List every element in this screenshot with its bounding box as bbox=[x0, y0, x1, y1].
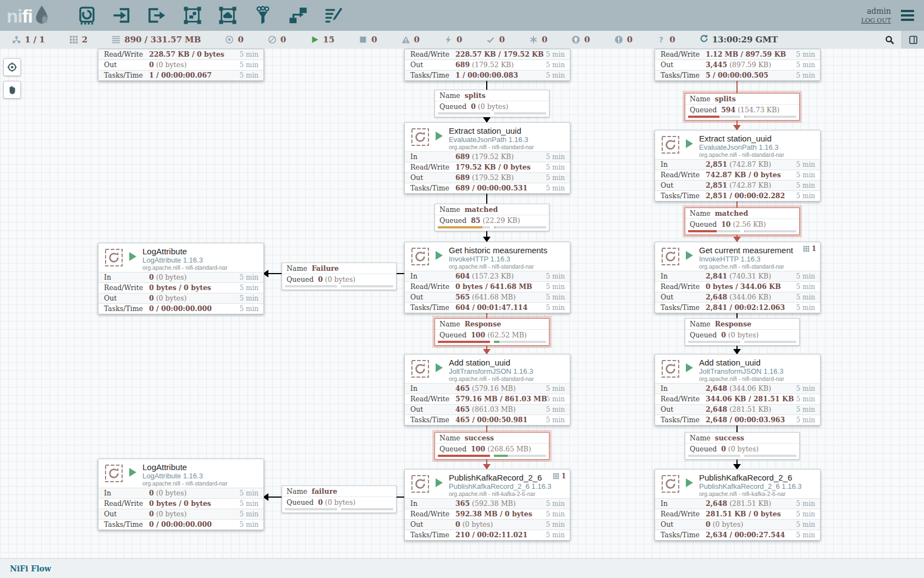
processor-add-station-uuid-mid[interactable]: Add station_uuidJoltTransformJSON 1.16.3… bbox=[404, 354, 570, 426]
process-group-icon[interactable] bbox=[182, 4, 203, 26]
stat-window: 5 min bbox=[546, 162, 565, 172]
processor-bundle: org.apache.nifi - nifi-standard-nar bbox=[699, 375, 784, 382]
status-item-sync-failure: ?0 bbox=[657, 35, 675, 45]
stat-row-tasks-time: Tasks/Time0 / 00:00:00.0005 min bbox=[98, 303, 263, 314]
connection-label-splits-right[interactable]: NamesplitsQueued594 (154.73 KB) bbox=[685, 93, 800, 121]
locally-modified-stale-icon bbox=[614, 35, 623, 44]
processor-get-current-measurement[interactable]: Get current measurementInvokeHTTP 1.16.3… bbox=[654, 242, 821, 313]
connection-label-success-mid[interactable]: NamesuccessQueued100 (268.65 MB) bbox=[435, 432, 549, 460]
processor-header: PublishKafkaRecord_2_6PublishKafkaRecord… bbox=[655, 470, 820, 498]
last-refreshed-time: 13:00:29 GMT bbox=[712, 35, 778, 45]
stat-window: 5 min bbox=[546, 282, 565, 292]
input-port-icon[interactable] bbox=[112, 4, 133, 26]
stat-row-read-write: Read/Write742.87 KB / 0 bytes5 min bbox=[655, 170, 820, 180]
status-item-stopped: 0 bbox=[359, 35, 377, 45]
settings-panel-icon[interactable] bbox=[901, 31, 924, 48]
navigate-palette-button[interactable] bbox=[3, 58, 21, 76]
connection-label-failure-lower[interactable]: NamefailureQueued0 (0 bytes) bbox=[282, 486, 397, 513]
processor-type: LogAttribute 1.16.3 bbox=[142, 472, 203, 480]
user-block: admin LOG OUT bbox=[861, 7, 891, 24]
backpressure-bars bbox=[685, 230, 799, 235]
processor-extract-station-uuid-right[interactable]: Extract station_uuidEvaluateJsonPath 1.1… bbox=[654, 130, 821, 201]
connection-label-failure-upper[interactable]: NameFailureQueued0 (0 bytes) bbox=[282, 263, 397, 290]
processor-stats: In2,851 (742.87 KB)5 minRead/Write742.87… bbox=[655, 159, 820, 201]
processor-publish-kafka-right[interactable]: PublishKafkaRecord_2_6PublishKafkaRecord… bbox=[654, 469, 821, 541]
connection-label-matched-mid[interactable]: NamematchedQueued85 (22.29 KB) bbox=[435, 204, 549, 231]
stat-row-out: Out0 (0 bytes)5 min bbox=[655, 519, 820, 530]
processor-publish-kafka-mid[interactable]: PublishKafkaRecord_2_6PublishKafkaRecord… bbox=[404, 469, 570, 541]
running-status-icon bbox=[686, 478, 693, 487]
processor-stats: In0 (0 bytes)5 minRead/Write0 bytes / 0 … bbox=[98, 272, 263, 314]
processor-title: Extract station_uuid bbox=[449, 126, 521, 135]
label-icon[interactable] bbox=[323, 4, 344, 26]
processor-header: Get current measurementInvokeHTTP 1.16.3… bbox=[655, 242, 820, 271]
stat-window: 5 min bbox=[546, 271, 565, 281]
stat-row-in: In0 (0 bytes)5 min bbox=[98, 272, 263, 282]
processor-stamp-icon bbox=[105, 248, 123, 269]
stat-window: 5 min bbox=[546, 405, 565, 415]
processor-log-attribute-bottom[interactable]: LogAttributeLogAttribute 1.16.3org.apach… bbox=[98, 459, 264, 530]
processor-log-attribute-top[interactable]: LogAttributeLogAttribute 1.16.3org.apach… bbox=[98, 243, 264, 314]
stat-row-tasks-time: Tasks/Time465 / 00:00:50.9815 min bbox=[405, 415, 570, 425]
processor-title: Extract station_uuid bbox=[699, 134, 772, 143]
stat-window: 5 min bbox=[796, 394, 815, 404]
processor-generator-right[interactable]: Read/Write1.12 MB / 897.59 KB5 minOut3,4… bbox=[654, 48, 821, 81]
status-value: 1 / 1 bbox=[25, 35, 45, 45]
stat-window: 5 min bbox=[796, 170, 815, 180]
processor-header: Extract station_uuidEvaluateJsonPath 1.1… bbox=[655, 130, 820, 159]
processor-bundle: org.apache.nifi - nifi-standard-nar bbox=[142, 264, 228, 271]
backpressure-bars bbox=[435, 112, 549, 117]
stat-window: 5 min bbox=[240, 488, 258, 498]
processor-extract-station-uuid-mid[interactable]: Extract station_uuidEvaluateJsonPath 1.1… bbox=[404, 122, 570, 194]
output-port-icon[interactable] bbox=[147, 4, 168, 26]
processor-bundle: org.apache.nifi - nifi-standard-nar bbox=[449, 375, 534, 382]
connection-label-matched-right[interactable]: NamematchedQueued10 (2.56 KB) bbox=[685, 208, 800, 235]
processor-type: InvokeHTTP 1.16.3 bbox=[449, 255, 510, 263]
status-item-disabled: 0 bbox=[444, 35, 462, 45]
processor-stats: In365 (592.38 MB)5 minRead/Write592.38 M… bbox=[405, 498, 570, 540]
connection-label-response-mid[interactable]: NameResponseQueued100 (62.52 MB) bbox=[435, 318, 549, 346]
operate-palette-button[interactable] bbox=[3, 81, 21, 99]
processor-stats: In2,648 (281.51 KB)5 minRead/Write281.51… bbox=[655, 498, 820, 540]
flow-canvas[interactable]: Read/Write228.57 KB / 0 bytes5 minOut0 (… bbox=[0, 48, 924, 558]
connection-label-success-right[interactable]: NamesuccessQueued0 (0 bytes) bbox=[685, 432, 800, 460]
stat-row-read-write: Read/Write592.38 MB / 0 bytes5 min bbox=[405, 509, 570, 519]
logout-link[interactable]: LOG OUT bbox=[861, 17, 891, 24]
droplet-icon bbox=[34, 6, 50, 25]
stat-window: 5 min bbox=[240, 60, 258, 70]
stat-window: 5 min bbox=[546, 152, 565, 162]
search-icon[interactable] bbox=[877, 31, 901, 48]
processor-header: Get historic measurementsInvokeHTTP 1.16… bbox=[405, 242, 570, 271]
processor-title: Add station_uuid bbox=[699, 358, 761, 367]
template-icon[interactable] bbox=[288, 4, 309, 26]
breadcrumb-root[interactable]: NiFi Flow bbox=[10, 564, 51, 573]
invalid-icon bbox=[402, 35, 410, 44]
funnel-icon[interactable] bbox=[252, 4, 273, 26]
stat-row-in: In689 (179.52 KB)5 min bbox=[405, 151, 570, 162]
refresh-icon[interactable] bbox=[700, 34, 708, 45]
breadcrumb-bar: NiFi Flow bbox=[0, 558, 924, 578]
connection-name-row: NameResponse bbox=[435, 319, 549, 329]
processor-generator-mid[interactable]: Read/Write228.57 KB / 179.52 KB5 minOut6… bbox=[404, 48, 570, 81]
clock-block: 13:00:29 GMT bbox=[700, 34, 778, 45]
connection-queued-row: Queued0 (0 bytes) bbox=[685, 329, 799, 340]
global-menu-icon[interactable] bbox=[899, 8, 916, 23]
connection-queued-row: Queued100 (62.52 MB) bbox=[435, 329, 549, 340]
processor-title: PublishKafkaRecord_2_6 bbox=[699, 473, 792, 482]
status-value: 0 bbox=[627, 35, 632, 45]
processor-bundle: org.apache.nifi - nifi-kafka-2-6-nar bbox=[699, 490, 786, 497]
stat-window: 5 min bbox=[240, 293, 258, 303]
connection-label-splits-mid[interactable]: NamesplitsQueued0 (0 bytes) bbox=[435, 90, 549, 117]
connection-name-row: Namesuccess bbox=[685, 433, 799, 443]
stat-row-read-write: Read/Write344.06 KB / 281.51 KB5 min bbox=[655, 394, 820, 404]
stat-window: 5 min bbox=[546, 394, 565, 404]
processor-generator-left[interactable]: Read/Write228.57 KB / 0 bytes5 minOut0 (… bbox=[98, 48, 264, 81]
processor-icon[interactable] bbox=[76, 4, 97, 26]
status-value: 2 bbox=[82, 35, 87, 45]
processor-get-historic-measurements[interactable]: Get historic measurementsInvokeHTTP 1.16… bbox=[404, 242, 570, 313]
connection-label-response-right[interactable]: NameResponseQueued0 (0 bytes) bbox=[685, 318, 800, 346]
stat-row-in: In2,648 (281.51 KB)5 min bbox=[655, 498, 820, 509]
remote-process-group-icon[interactable] bbox=[217, 4, 238, 26]
connection-name-row: NameResponse bbox=[685, 319, 799, 329]
processor-add-station-uuid-right[interactable]: Add station_uuidJoltTransformJSON 1.16.3… bbox=[654, 354, 821, 426]
